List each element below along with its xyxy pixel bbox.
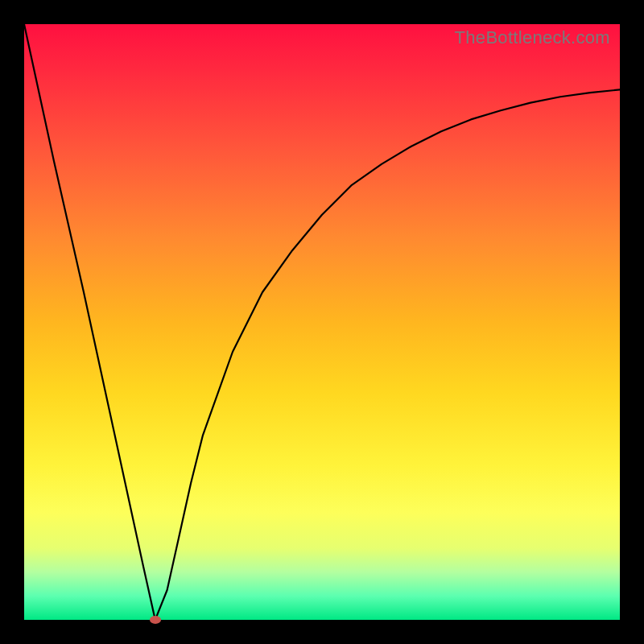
curve-svg [24, 24, 620, 620]
bottleneck-curve [24, 24, 620, 620]
chart-stage: TheBottleneck.com [0, 0, 644, 644]
minimum-marker [150, 616, 161, 624]
plot-area: TheBottleneck.com [24, 24, 620, 620]
